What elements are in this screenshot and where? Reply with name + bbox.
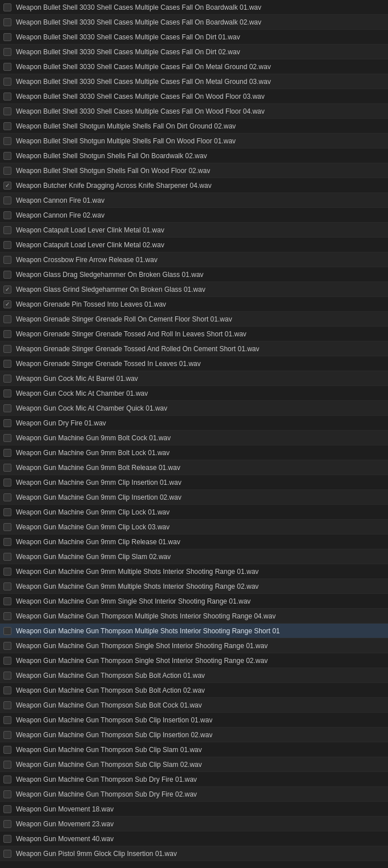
list-item[interactable]: Weapon Gun Cock Mic At Chamber Quick 01.… [0,401,388,416]
list-item[interactable]: Weapon Cannon Fire 01.wav [0,193,388,208]
list-item[interactable]: Weapon Bullet Shell 3030 Shell Cases Mul… [0,15,388,30]
list-item[interactable]: Weapon Bullet Shell Shotgun Shells Fall … [0,148,388,163]
file-checkbox[interactable] [3,775,11,783]
file-checkbox[interactable] [3,731,11,739]
file-checkbox[interactable] [3,790,11,798]
file-checkbox[interactable] [3,701,11,709]
list-item[interactable]: Weapon Gun Machine Gun 9mm Multiple Shot… [0,564,388,579]
list-item[interactable]: Weapon Cannon Fire 02.wav [0,208,388,223]
file-checkbox[interactable] [3,464,11,472]
file-checkbox[interactable] [3,419,11,427]
list-item[interactable]: Weapon Grenade Stinger Grenade Roll On C… [0,312,388,327]
list-item[interactable]: Weapon Gun Movement 18.wav [0,802,388,817]
list-item[interactable]: Weapon Gun Machine Gun 9mm Clip Insertio… [0,490,388,505]
file-checkbox[interactable] [3,538,11,546]
file-checkbox[interactable] [3,761,11,769]
file-checkbox[interactable] [3,850,11,858]
list-item[interactable]: Weapon Gun Machine Gun 9mm Single Shot I… [0,594,388,609]
list-item[interactable]: Weapon Gun Machine Gun Thompson Sub Clip… [0,742,388,757]
file-checkbox[interactable] [3,211,11,219]
file-checkbox[interactable] [3,612,11,620]
file-checkbox[interactable] [3,597,11,605]
file-checkbox[interactable] [3,241,11,249]
list-item[interactable]: Weapon Gun Machine Gun Thompson Multiple… [0,609,388,624]
file-checkbox[interactable] [3,33,11,41]
file-checkbox[interactable] [3,286,11,294]
list-item[interactable]: Weapon Grenade Stinger Grenade Tossed An… [0,327,388,341]
file-checkbox[interactable] [3,686,11,694]
list-item[interactable]: Weapon Gun Dry Fire 01.wav [0,416,388,431]
list-item[interactable]: Weapon Gun Machine Gun Thompson Single S… [0,653,388,668]
file-checkbox[interactable] [3,479,11,487]
list-item[interactable]: Weapon Catapult Load Lever Clink Metal 0… [0,223,388,238]
file-checkbox[interactable] [3,627,11,635]
list-item[interactable]: Weapon Gun Machine Gun Thompson Sub Clip… [0,757,388,772]
list-item[interactable]: Weapon Gun Machine Gun 9mm Clip Release … [0,535,388,549]
list-item[interactable]: Weapon Grenade Pin Tossed Into Leaves 01… [0,297,388,312]
file-checkbox[interactable] [3,137,11,145]
file-checkbox[interactable] [3,345,11,353]
file-checkbox[interactable] [3,642,11,650]
list-item[interactable]: Weapon Gun Cock Mic At Barrel 01.wav [0,371,388,386]
list-item[interactable]: Weapon Bullet Shell 3030 Shell Cases Mul… [0,74,388,89]
list-item[interactable]: Weapon Grenade Stinger Grenade Tossed In… [0,356,388,371]
list-item[interactable]: Weapon Bullet Shell Shotgun Multiple She… [0,119,388,134]
file-checkbox[interactable] [3,389,11,397]
file-checkbox[interactable] [3,167,11,175]
file-checkbox[interactable] [3,553,11,561]
file-checkbox[interactable] [3,672,11,680]
file-checkbox[interactable] [3,434,11,442]
list-item[interactable]: Weapon Gun Machine Gun 9mm Clip Insertio… [0,475,388,490]
file-checkbox[interactable] [3,716,11,724]
file-checkbox[interactable] [3,493,11,501]
file-checkbox[interactable] [3,523,11,531]
file-checkbox[interactable] [3,78,11,86]
file-checkbox[interactable] [3,746,11,754]
file-checkbox[interactable] [3,582,11,590]
file-checkbox[interactable] [3,330,11,338]
list-item[interactable]: Weapon Grenade Stinger Grenade Tossed An… [0,341,388,356]
list-item[interactable]: Weapon Gun Pistol 9mm Glock Clip Inserti… [0,846,388,861]
list-item[interactable]: Weapon Gun Machine Gun Thompson Sub Bolt… [0,698,388,713]
file-checkbox[interactable] [3,568,11,576]
file-checkbox[interactable] [3,508,11,516]
list-item[interactable]: Weapon Crossbow Fire Arrow Release 01.wa… [0,252,388,267]
list-item[interactable]: Weapon Gun Machine Gun 9mm Bolt Cock 01.… [0,431,388,445]
file-checkbox[interactable] [3,226,11,234]
file-checkbox[interactable] [3,122,11,130]
file-checkbox[interactable] [3,404,11,412]
file-checkbox[interactable] [3,152,11,160]
list-item[interactable]: Weapon Gun Machine Gun 9mm Bolt Lock 01.… [0,445,388,460]
file-checkbox[interactable] [3,107,11,115]
list-item[interactable]: Weapon Bullet Shell Shotgun Shells Fall … [0,163,388,178]
list-item[interactable]: Weapon Bullet Shell Shotgun Multiple She… [0,134,388,148]
list-item[interactable]: Weapon Gun Machine Gun Thompson Sub Bolt… [0,668,388,683]
list-item[interactable]: Weapon Gun Machine Gun 9mm Bolt Release … [0,460,388,475]
list-item[interactable]: Weapon Gun Machine Gun Thompson Sub Clip… [0,728,388,742]
file-checkbox[interactable] [3,657,11,665]
file-checkbox[interactable] [3,315,11,323]
file-checkbox[interactable] [3,271,11,279]
list-item[interactable]: Weapon Bullet Shell 3030 Shell Cases Mul… [0,104,388,119]
list-item[interactable]: Weapon Gun Cock Mic At Chamber 01.wav [0,386,388,401]
list-item[interactable]: Weapon Gun Machine Gun Thompson Sub Clip… [0,713,388,728]
list-item[interactable]: Weapon Gun Machine Gun 9mm Clip Lock 01.… [0,505,388,520]
file-checkbox[interactable] [3,3,11,11]
list-item[interactable]: Weapon Gun Machine Gun 9mm Multiple Shot… [0,579,388,594]
file-checkbox[interactable] [3,805,11,813]
file-checkbox[interactable] [3,93,11,101]
list-item[interactable]: Weapon Bullet Shell 3030 Shell Cases Mul… [0,30,388,45]
list-item[interactable]: Weapon Bullet Shell 3030 Shell Cases Mul… [0,89,388,104]
file-checkbox[interactable] [3,360,11,368]
file-checkbox[interactable] [3,196,11,204]
list-item[interactable]: Weapon Gun Movement 23.wav [0,817,388,831]
file-checkbox[interactable] [3,63,11,71]
file-checkbox[interactable] [3,449,11,457]
file-checkbox[interactable] [3,300,11,308]
file-checkbox[interactable] [3,256,11,264]
list-item[interactable]: Weapon Gun Movement 40.wav [0,831,388,846]
file-checkbox[interactable] [3,820,11,828]
list-item[interactable]: Weapon Gun Machine Gun 9mm Clip Lock 03.… [0,520,388,535]
list-item[interactable]: Weapon Butcher Knife Dragging Across Kni… [0,178,388,193]
list-item[interactable]: Weapon Gun Machine Gun Thompson Single S… [0,638,388,653]
